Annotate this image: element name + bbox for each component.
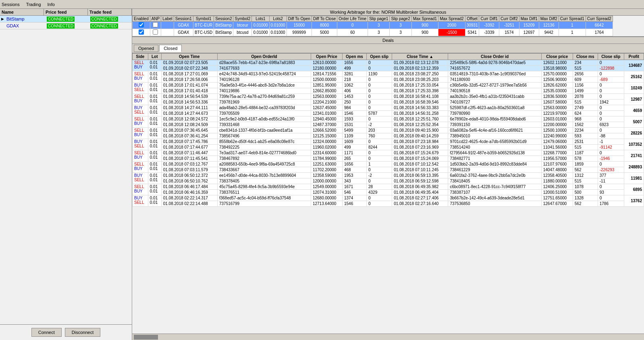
cell-close-price-6-1: 12240.99000 <box>541 133 573 139</box>
cb-anp-1[interactable] <box>150 29 161 36</box>
cell-open-price-8-1: 11784.99000 <box>311 156 342 162</box>
cell-currspread1-1: 1 <box>559 29 586 36</box>
cell-open-time-5-1: 01.08.2018 12:08:24.509 <box>161 122 217 128</box>
cell-maxspread1-1: 900 <box>411 29 438 36</box>
cell-close-price-0-0: 12602.11000 <box>541 60 573 66</box>
left-row-1[interactable]: GDAX CONNECTED CONNECTED <box>0 23 132 29</box>
cb-enabled-0[interactable] <box>133 22 150 29</box>
cell-open-price-12-1: 12713.64000 <box>311 201 342 207</box>
deals-col-10[interactable]: Close ms <box>573 54 598 60</box>
row-arrow-0: ▶ <box>0 17 5 21</box>
left-header-trade: Trade feed <box>88 9 132 15</box>
cell-open-order-11-0: 45c75a45-8298-4fe4-9c5a-3b9b5593e94e <box>217 184 311 190</box>
cell-close-order-11-1: 738387107 <box>448 190 541 195</box>
deals-col-9[interactable]: Close price <box>541 54 573 60</box>
cell-open-order-8-0: 7e3ad317-ae07-4eb9-814e-027774686bd0 <box>217 150 311 156</box>
left-row-0[interactable]: ▶ BitStamp CONNECTED CONNECTED <box>0 16 132 23</box>
cell-slip2-0: 3 <box>390 22 411 29</box>
cell-close-slip-12-1: 1786 <box>598 201 624 207</box>
deals-col-4[interactable]: Open Price <box>311 54 342 60</box>
left-table-header: Name Price feed Trade feed <box>0 9 132 16</box>
deals-row-1-1: 01.08.2018 17:26:58.00674019612812500.00… <box>133 77 644 83</box>
cell-open-slip-10-1: 0 <box>366 178 392 184</box>
cell-close-ms-10-0: 1312 <box>573 173 598 178</box>
nav-trading[interactable]: Trading <box>26 2 41 7</box>
deals-row-0-1: 01.09.2018 02:07:22.34874167769312180.00… <box>133 66 644 71</box>
cell-open-order-7-1: 738492225 <box>217 145 311 150</box>
top-col-0: Enabled <box>133 16 150 22</box>
cell-close-price-3-0: 12836.50000 <box>541 94 573 100</box>
cell-maxspread1-0: 900 <box>411 22 438 29</box>
deals-col-11[interactable]: Close slip <box>598 54 624 60</box>
disconnect-button[interactable]: Disconnect <box>65 328 100 337</box>
cell-side-3: SELL BUY <box>133 94 148 105</box>
deals-col-5[interactable]: Open ms <box>342 54 366 60</box>
cell-close-ms-11-0: 1078 <box>573 184 598 190</box>
cell-open-order-4-1: 739705509 <box>217 111 311 116</box>
cell-maxspread2-1: -1500 <box>438 29 465 36</box>
cell-profit-3: 12987 <box>624 94 644 105</box>
deals-col-7[interactable]: Close Time ▲ <box>392 54 448 60</box>
cell-open-slip-0-1: 0 <box>366 66 392 71</box>
deals-row-10-1: 01.08.2018 06:50:10.76273837840512000.00… <box>133 178 644 184</box>
cell-open-price-12-0: 12680.00000 <box>311 195 342 201</box>
cell-open-ms-11-0: 1671 <box>342 184 366 190</box>
deals-col-12[interactable]: Profit <box>624 54 644 60</box>
cell-close-slip-11-1: 93 <box>598 190 624 195</box>
cell-profit-2: 10249 <box>624 83 644 94</box>
deals-table-container[interactable]: SideLotOpen TimeOpen OrderIdOpen PriceOp… <box>132 53 644 334</box>
main-container: Name Price feed Trade feed ▶ BitStamp CO… <box>0 9 644 340</box>
cell-open-order-6-0: cbe8341d-1337-4f0d-bf1b-caa9eed1af1a <box>217 128 311 133</box>
cell-currspread2-1: 1764 <box>586 29 613 36</box>
cell-open-ms-1-0: 3281 <box>342 71 366 77</box>
cell-open-order-1-0: e424c748-34d9-4013-97e0-52419c458724 <box>217 71 311 77</box>
cell-open-slip-3-1: 0 <box>366 100 392 105</box>
cell-open-order-11-1: 738376511 <box>217 190 311 195</box>
cell-close-slip-1-1: -689 <box>598 77 624 83</box>
tab-opened[interactable]: Opened <box>134 45 158 52</box>
cell-currdiff2-1: 1574 <box>499 29 519 36</box>
deals-header-row: SideLotOpen TimeOpen OrderIdOpen PriceOp… <box>133 54 644 60</box>
tab-closed[interactable]: Closed <box>159 45 182 52</box>
cell-open-time-7-0: 01.08.2018 07:17:45.786 <box>161 139 217 145</box>
deals-col-0[interactable]: Side <box>133 54 148 60</box>
connect-button[interactable]: Connect <box>31 328 62 337</box>
cell-close-order-3-1: 740109727 <box>448 100 541 105</box>
cell-open-slip-8-0: 0 <box>366 150 392 156</box>
cell-lot-11: 0.010.01 <box>148 184 161 195</box>
cell-open-slip-3-0: 0 <box>366 94 392 100</box>
cell-close-slip-6-1: -98 <box>598 133 624 139</box>
cell-open-price-3-0: 12563.00000 <box>311 94 342 100</box>
cell-close-time-1-1: 01.08.2018 23:08:25.203 <box>392 77 448 83</box>
cell-open-slip-5-0: 0 <box>366 116 392 122</box>
deals-row-9-0: SELL BUY 0.010.0101.08.2018 07:03:12.767… <box>133 162 644 167</box>
bottom-scroll[interactable] <box>132 334 644 340</box>
deals-col-8[interactable]: Close Order id <box>448 54 541 60</box>
deals-col-6[interactable]: Open slip <box>366 54 392 60</box>
nav-sessions[interactable]: Sessions <box>2 2 20 7</box>
deals-row-9-1: 01.08.2018 07:03:11.57973843366711702.20… <box>133 167 644 173</box>
cell-open-time-4-0: 01.08.2018 14:27:44.111 <box>161 105 217 111</box>
cell-profit-5: 5007 <box>624 116 644 128</box>
top-col-14: Max Spread1 <box>411 16 438 22</box>
cell-open-slip-7-0: 0 <box>366 139 392 145</box>
cell-lot-10: 0.010.01 <box>148 173 161 184</box>
cell-close-price-7-0: 12479.06000 <box>541 139 573 145</box>
cell-symbol2-1: btcusd <box>233 29 252 36</box>
cb-anp-0[interactable] <box>150 22 161 29</box>
cell-close-slip-9-0: 0 <box>598 162 624 167</box>
deals-row-4-1: 01.08.2018 14:27:44.67373970550912341.01… <box>133 111 644 116</box>
top-grid-header-row: EnabledANPLabelSession1Symbol1Session2Sy… <box>133 16 613 22</box>
deals-col-2[interactable]: Open Time <box>161 54 217 60</box>
cell-open-price-11-1: 12074.31000 <box>311 190 342 195</box>
cell-open-order-12-0: f368ed57-ac5c-4c04-b59d-ff76cfa37548 <box>217 195 311 201</box>
nav-info[interactable]: Info <box>48 2 55 7</box>
deals-col-3[interactable]: Open OrderId <box>217 54 311 60</box>
deals-col-1[interactable]: Lot <box>148 54 161 60</box>
cell-close-order-1-0: 03514819-7310-403b-97ae-1c9f390376ed <box>448 71 541 77</box>
cell-currspread2-0: 6642 <box>586 22 613 29</box>
cell-open-slip-0-0: 0 <box>366 60 392 66</box>
cb-enabled-1[interactable] <box>133 29 150 36</box>
cell-close-time-0-1: 01.09.2018 02:13:12.359 <box>392 66 448 71</box>
cell-diff-open-1: 999999 <box>287 29 312 36</box>
